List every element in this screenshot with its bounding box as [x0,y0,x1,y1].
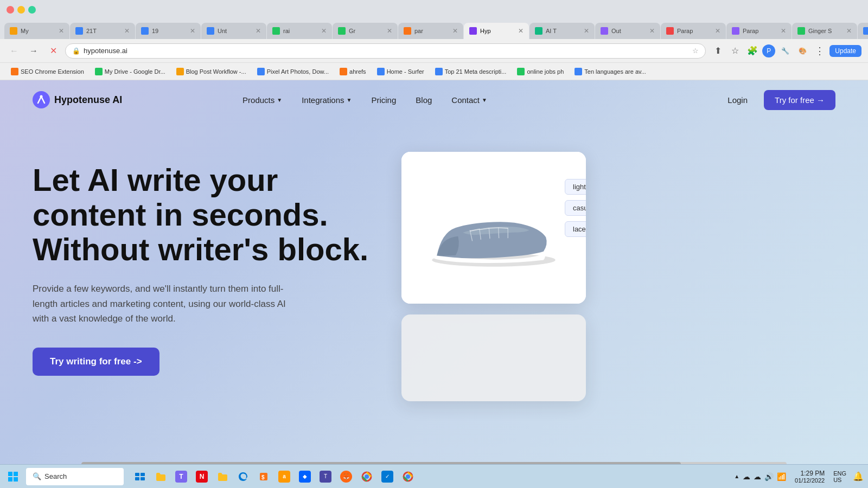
logo-link[interactable]: Hypotenuse AI [33,91,122,108]
back-button[interactable]: ← [7,43,22,59]
tab-close-icon[interactable]: ✕ [649,27,655,35]
tag-chip-2: lace-up sneakers [565,221,586,237]
minimize-window-button[interactable] [17,6,25,14]
bookmark-item[interactable]: My Drive - Google Dr... [91,67,170,76]
tab-close-icon[interactable]: ✕ [584,27,589,35]
taskbar-app-chrome[interactable] [357,467,376,486]
browser-tab[interactable]: Out ✕ [595,23,660,39]
bookmark-item[interactable]: Top 21 Meta descripti... [431,67,511,76]
tab-close-icon[interactable]: ✕ [124,27,130,35]
extension-icon-2[interactable]: 🎨 [795,43,810,59]
taskbar-app-taskview[interactable] [130,467,150,486]
tab-close-icon[interactable]: ✕ [781,27,786,35]
product-card-bottom [401,314,586,401]
extension-icon-1[interactable]: 🔧 [777,43,793,59]
browser-tab[interactable]: Parap ✕ [726,23,792,39]
nav-link-contact[interactable]: Contact ▼ [444,91,495,109]
browser-tab-active[interactable]: Hyp ✕ [464,23,529,39]
update-button[interactable]: Update [829,45,861,57]
tab-favicon [207,27,214,35]
nav-link-blog[interactable]: Blog [408,91,439,109]
site-nav: Hypotenuse AI Products ▼ Integrations ▼ … [0,80,868,119]
bookmark-button[interactable]: ☆ [727,43,743,59]
reload-button[interactable]: ✕ [46,43,61,59]
teams-icon: T [320,471,331,483]
maximize-window-button[interactable] [28,6,36,14]
browser-tab[interactable]: 19 ✕ [136,23,201,39]
nav-link-products[interactable]: Products ▼ [235,91,290,109]
menu-button[interactable]: ⋮ [812,43,827,59]
taskbar-app-todo[interactable]: ✓ [378,467,397,486]
bookmark-item[interactable]: Blog Post Workflow -... [172,67,251,76]
taskbar-app-chrome2[interactable] [398,467,418,486]
tab-close-icon[interactable]: ✕ [321,27,327,35]
browser-tab[interactable]: My ✕ [4,23,69,39]
title-bar [0,0,868,20]
tab-close-icon[interactable]: ✕ [452,27,458,35]
bookmark-item[interactable]: ahrefs [335,67,371,76]
tab-close-icon[interactable]: ✕ [256,27,261,35]
browser-tab[interactable]: par ✕ [398,23,463,39]
taskbar-app-files[interactable] [151,467,170,486]
tab-favicon [404,27,411,35]
browser-tab[interactable]: Man in ✕ [858,23,868,39]
close-window-button[interactable] [7,6,14,14]
explorer-icon [216,471,228,483]
taskbar-app-chat[interactable]: T [171,467,191,486]
hero-subtitle: Provide a few keywords, and we'll instan… [33,281,304,326]
try-free-button[interactable]: Try for free → [764,90,835,110]
cta-button[interactable]: Try writing for free -> [33,348,159,376]
profile-button[interactable]: P [762,44,775,57]
tab-close-icon[interactable]: ✕ [59,27,64,35]
bookmark-item[interactable]: online jobs ph [513,67,568,76]
tab-close-icon[interactable]: ✕ [715,27,720,35]
extensions-button[interactable]: 🧩 [745,43,760,59]
bookmark-label: Blog Post Workflow -... [186,68,246,75]
taskbar-app-amazon[interactable]: a [275,467,294,486]
system-tray: ▲ ☁ ☁ 🔊 📶 [730,470,790,483]
browser-tab[interactable]: 21T ✕ [70,23,135,39]
taskbar-app-explorer[interactable] [213,467,232,486]
cloud-icon[interactable]: ☁ [754,472,761,481]
browser-tab[interactable]: Unt ✕ [201,23,266,39]
bookmark-favicon [95,68,103,75]
address-bar[interactable]: 🔒 hypotenuse.ai ☆ [65,43,706,59]
bookmark-label: Top 21 Meta descripti... [445,68,507,75]
tab-favicon [666,27,674,35]
taskbar-app-teams[interactable]: T [316,467,335,486]
bookmark-item[interactable]: Pixel Art Photos, Dow... [253,67,333,76]
taskbar-search[interactable]: 🔍 Search [26,468,124,485]
taskbar-app-dropbox[interactable]: ◆ [295,467,315,486]
wifi-icon[interactable]: 📶 [777,472,786,481]
taskbar-app-store[interactable]: $ [254,467,273,486]
taskbar-app-edge[interactable] [233,467,253,486]
forward-button[interactable]: → [26,43,41,59]
browser-tab[interactable]: Parap ✕ [661,23,726,39]
up-arrow-icon[interactable]: ▲ [734,473,739,479]
taskbar-app-firefox[interactable]: 🦊 [336,467,356,486]
nav-link-integrations[interactable]: Integrations ▼ [294,91,359,109]
tab-label: Hyp [480,28,491,34]
nav-link-pricing[interactable]: Pricing [363,91,404,109]
browser-chrome: My ✕ 21T ✕ 19 ✕ Unt ✕ rai ✕ Gr ✕ [0,0,868,80]
network-icon[interactable]: ☁ [743,472,750,481]
taskbar-app-netflix[interactable]: N [192,467,212,486]
bookmark-item[interactable]: Home - Surfer [373,67,429,76]
todo-icon: ✓ [381,471,393,483]
bookmark-item[interactable]: SEO Chrome Extension [7,67,88,76]
tab-close-icon[interactable]: ✕ [387,27,392,35]
browser-tab[interactable]: Ginger S ✕ [792,23,857,39]
bookmark-item[interactable]: Ten languages are av... [570,67,650,76]
notification-icon[interactable]: 🔔 [853,471,864,481]
login-button[interactable]: Login [720,91,755,109]
tab-close-icon[interactable]: ✕ [846,27,852,35]
tab-close-icon[interactable]: ✕ [518,27,524,35]
share-button[interactable]: ⬆ [710,43,725,59]
browser-tab[interactable]: Gr ✕ [333,23,398,39]
svg-rect-17 [141,473,145,476]
start-button[interactable] [4,468,22,485]
browser-tab[interactable]: rai ✕ [267,23,332,39]
volume-icon[interactable]: 🔊 [764,472,774,481]
tab-close-icon[interactable]: ✕ [190,27,195,35]
browser-tab[interactable]: AI T ✕ [529,23,595,39]
